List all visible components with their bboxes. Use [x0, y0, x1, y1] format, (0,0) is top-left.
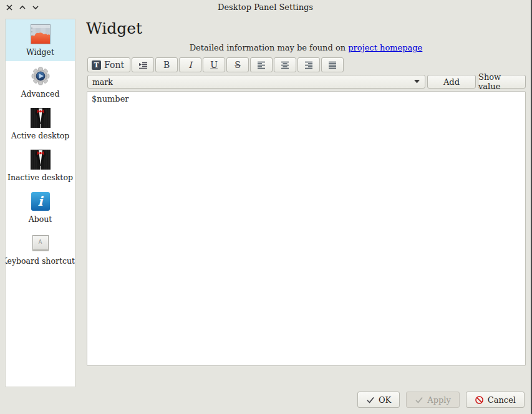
dropdown-arrow-icon [414, 80, 420, 84]
indent-button[interactable] [132, 57, 154, 72]
font-button-label: Font [104, 60, 124, 70]
mark-row: mark Add Show value [87, 75, 526, 89]
ok-button-label: OK [379, 395, 391, 405]
cancel-button-label: Cancel [488, 395, 516, 405]
strikethrough-button[interactable]: S [226, 57, 249, 72]
align-center-icon [280, 60, 290, 70]
bold-button[interactable]: B [155, 57, 178, 72]
sidebar-item-label: Advanced [21, 89, 60, 99]
sidebar: Widget Advanced [5, 19, 75, 387]
sidebar-item-label: Keyboard shortcuts [5, 256, 75, 266]
sidebar-item-about[interactable]: i About [6, 186, 75, 228]
align-justify-icon [327, 60, 337, 70]
align-left-button[interactable] [250, 57, 273, 72]
sidebar-item-label: Active desktop [11, 131, 69, 140]
align-center-button[interactable] [274, 57, 296, 72]
sidebar-item-keyboard-shortcuts[interactable]: A Keyboard shortcuts [6, 228, 75, 270]
page-title: Widget [86, 20, 526, 37]
desktop-panel-settings-window: Desktop Panel Settings Widget [0, 0, 532, 414]
info-line: Detailed information may be found on pro… [86, 43, 526, 52]
info-icon: i [31, 192, 50, 211]
italic-button[interactable]: I [179, 57, 201, 72]
sidebar-item-label: Widget [26, 47, 54, 57]
widget-text-editor[interactable]: $number [87, 91, 526, 366]
ok-button[interactable]: OK [357, 392, 400, 408]
sidebar-item-active-desktop[interactable]: Active desktop [6, 103, 75, 145]
tuxedo-icon [31, 150, 51, 170]
align-right-icon [304, 60, 314, 70]
apply-button-label: Apply [427, 395, 451, 405]
sidebar-item-label: About [29, 214, 52, 224]
sidebar-item-inactive-desktop[interactable]: Inactive desktop [6, 145, 75, 186]
align-justify-button[interactable] [321, 57, 344, 72]
dialog-footer: OK Apply Cancel [357, 392, 525, 408]
align-right-button[interactable] [297, 57, 320, 72]
sidebar-item-advanced[interactable]: Advanced [6, 61, 75, 103]
window-title: Desktop Panel Settings [0, 2, 531, 12]
info-text: Detailed information may be found on [190, 43, 349, 52]
check-icon [366, 396, 375, 404]
cancel-button[interactable]: Cancel [466, 392, 525, 408]
font-button[interactable]: T Font [87, 57, 130, 72]
mark-combobox-value: mark [92, 77, 414, 87]
show-value-button[interactable]: Show value [478, 75, 526, 89]
underline-button[interactable]: U [203, 57, 225, 72]
gear-icon [31, 66, 51, 86]
main-content: Widget Detailed information may be found… [86, 19, 526, 366]
add-button[interactable]: Add [427, 75, 476, 89]
chart-widget-icon [31, 24, 51, 44]
check-icon [415, 396, 423, 404]
align-left-icon [256, 60, 266, 70]
titlebar: Desktop Panel Settings [0, 0, 531, 16]
mark-combobox[interactable]: mark [87, 75, 425, 89]
sidebar-item-widget[interactable]: Widget [6, 19, 75, 61]
project-homepage-link[interactable]: project homepage [348, 43, 422, 52]
cancel-icon [475, 395, 484, 405]
tuxedo-icon [31, 108, 51, 128]
keyboard-key-icon: A [32, 235, 49, 251]
font-icon: T [92, 60, 101, 70]
format-toolbar: T Font B I U S [87, 57, 526, 72]
indent-icon [138, 60, 148, 70]
sidebar-item-label: Inactive desktop [7, 173, 73, 182]
apply-button[interactable]: Apply [406, 392, 460, 408]
